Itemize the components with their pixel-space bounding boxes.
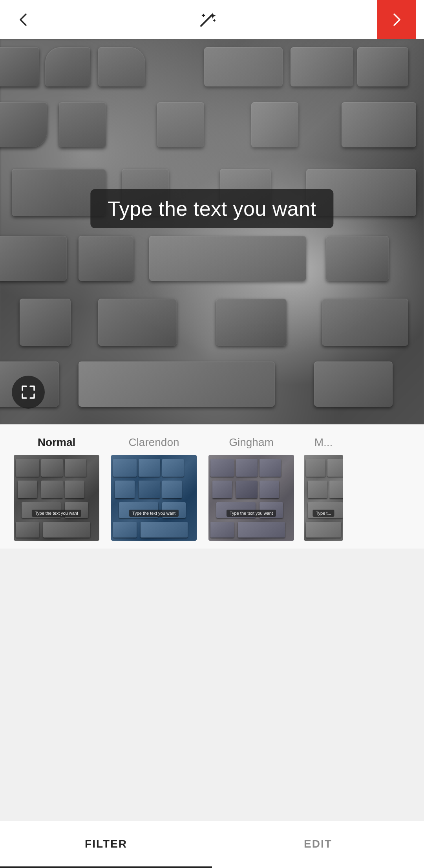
header <box>0 0 424 39</box>
filter-thumb-text-gingham: Type the text you want <box>227 510 276 517</box>
next-button[interactable] <box>377 0 416 39</box>
tab-filter[interactable]: FILTER <box>0 821 212 868</box>
expand-crop-button[interactable] <box>12 376 45 409</box>
filter-item-normal[interactable]: Normal Type the text you want <box>8 436 105 541</box>
filters-section: Normal Type the text you want <box>0 424 424 549</box>
bottom-tab-bar: FILTER EDIT <box>0 821 424 868</box>
filter-thumb-text-clarendon: Type the text you want <box>129 510 179 517</box>
filter-thumb-normal[interactable]: Type the text you want <box>14 455 99 541</box>
filter-label-normal: Normal <box>38 436 75 449</box>
image-canvas[interactable]: Type the text you want <box>0 39 424 424</box>
filter-item-clarendon[interactable]: Clarendon Type the text you want <box>105 436 203 541</box>
filter-thumb-clarendon[interactable]: Type the text you want <box>111 455 197 541</box>
filter-label-clarendon: Clarendon <box>128 436 179 449</box>
magic-wand-icon[interactable] <box>198 9 218 31</box>
filter-thumb-moon[interactable]: Type t... <box>304 455 343 541</box>
filter-label-gingham: Gingham <box>229 436 274 449</box>
filter-label-moon: M... <box>314 436 333 449</box>
filter-thumb-text-normal: Type the text you want <box>32 510 81 517</box>
filter-thumb-gingham[interactable]: Type the text you want <box>208 455 294 541</box>
image-text-overlay[interactable]: Type the text you want <box>90 189 333 228</box>
tab-edit[interactable]: EDIT <box>212 821 424 868</box>
filter-item-gingham[interactable]: Gingham Type the text you want <box>203 436 300 541</box>
filter-thumb-text-moon: Type t... <box>313 510 334 517</box>
filter-item-moon[interactable]: M... Type t... <box>300 436 347 541</box>
svg-line-0 <box>201 15 212 26</box>
back-button[interactable] <box>8 4 39 35</box>
filter-thumbnails-row: Normal Type the text you want <box>0 436 424 541</box>
